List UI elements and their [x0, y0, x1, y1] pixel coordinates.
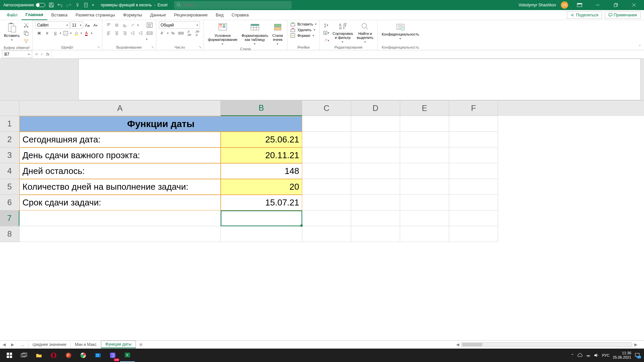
tray-network-icon[interactable] — [586, 353, 591, 357]
cell-a6[interactable]: Срок сдачи задачи: — [19, 195, 221, 210]
clipboard-launcher-icon[interactable]: ⤡ — [28, 45, 32, 49]
opera-icon[interactable] — [46, 349, 61, 362]
cell-e3[interactable] — [400, 147, 449, 163]
cell-c7[interactable] — [302, 210, 351, 226]
chrome-icon[interactable] — [76, 349, 91, 362]
cell-c2[interactable] — [302, 132, 351, 147]
tab-home[interactable]: Главная — [21, 10, 47, 20]
increase-font-icon[interactable]: A▴ — [84, 21, 91, 29]
cell-a7[interactable] — [19, 210, 221, 226]
cell-f1[interactable] — [449, 116, 498, 132]
minimize-button[interactable] — [591, 0, 604, 10]
cell-b8[interactable] — [221, 226, 302, 242]
font-color-icon[interactable]: А — [83, 29, 90, 37]
cell-b2[interactable]: 25.06.21 — [221, 132, 302, 147]
confidentiality-button[interactable]: Конфиденциальность▾ — [380, 21, 421, 41]
search-box[interactable] — [174, 1, 291, 9]
clear-icon[interactable]: ▾ — [322, 37, 330, 44]
col-header-d[interactable]: D — [351, 101, 400, 116]
cell-c8[interactable] — [302, 226, 351, 242]
tab-insert[interactable]: Вставка — [47, 10, 71, 20]
tab-help[interactable]: Справка — [228, 10, 253, 20]
italic-icon[interactable]: К — [44, 29, 51, 37]
font-name-select[interactable]: Calibri▾ — [36, 21, 70, 29]
tab-file[interactable]: Файл — [3, 10, 21, 20]
align-right-icon[interactable] — [121, 29, 128, 37]
powerpoint-icon[interactable]: P — [61, 349, 76, 362]
ribbon-display-icon[interactable] — [573, 0, 586, 10]
cell-c5[interactable] — [302, 179, 351, 195]
cell-a4[interactable]: Дней осталось: — [19, 163, 221, 179]
row-header-6[interactable]: 6 — [0, 195, 19, 210]
hscroll-right-icon[interactable]: ▶ — [634, 342, 637, 347]
horizontal-scrollbar[interactable] — [461, 342, 632, 347]
cell-f2[interactable] — [449, 132, 498, 147]
share-button[interactable]: Поделиться — [567, 11, 602, 19]
increase-decimal-icon[interactable]: ,0,00 — [185, 29, 193, 37]
align-launcher-icon[interactable]: ⤡ — [151, 45, 155, 49]
merge-icon[interactable] — [146, 29, 153, 37]
autosave-toggle[interactable]: Автосохранение — [3, 3, 45, 7]
undo-icon[interactable] — [57, 2, 63, 8]
cell-e2[interactable] — [400, 132, 449, 147]
cell-a5[interactable]: Количество дней на выполнение задачи: — [19, 179, 221, 195]
worksheet-grid[interactable]: A B C D E F 1 Функции даты 2 Сегодняшняя… — [0, 101, 644, 242]
name-box[interactable]: B7▾ — [2, 51, 32, 58]
bold-icon[interactable]: Ж — [36, 29, 43, 37]
redo-icon[interactable] — [66, 2, 71, 8]
qat-more-icon[interactable]: ▾ — [92, 3, 94, 7]
cell-d8[interactable] — [351, 226, 400, 242]
user-name[interactable]: Volodymyr Shashkov — [519, 3, 556, 7]
fill-color-icon[interactable] — [72, 29, 80, 37]
cancel-formula-icon[interactable]: ✕ — [35, 52, 38, 57]
align-bottom-icon[interactable] — [121, 21, 128, 29]
row-header-3[interactable]: 3 — [0, 147, 19, 163]
close-button[interactable] — [627, 0, 641, 10]
col-header-b[interactable]: B — [221, 101, 302, 116]
cell-f8[interactable] — [449, 226, 498, 242]
cell-e6[interactable] — [400, 195, 449, 210]
row-header-1[interactable]: 1 — [0, 116, 19, 132]
tray-onedrive-icon[interactable] — [577, 353, 583, 357]
row-header-4[interactable]: 4 — [0, 163, 19, 179]
cell-a3[interactable]: День сдачи важного проэкта: — [19, 147, 221, 163]
cell-f5[interactable] — [449, 179, 498, 195]
tab-formulas[interactable]: Формулы — [119, 10, 146, 20]
add-sheet-icon[interactable]: ⊕ — [136, 342, 146, 347]
col-header-a[interactable]: A — [19, 101, 221, 116]
cell-e5[interactable] — [400, 179, 449, 195]
tab-data[interactable]: Данные — [146, 10, 170, 20]
cell-c6[interactable] — [302, 195, 351, 210]
collapse-ribbon-icon[interactable]: ⌃ — [638, 44, 641, 49]
tray-clock[interactable]: 11:36 25.06.2021 — [613, 351, 631, 360]
font-launcher-icon[interactable]: ⤡ — [97, 45, 101, 49]
cell-b5[interactable]: 20 — [221, 179, 302, 195]
sheet-tab-2[interactable]: Мин и Макс — [71, 341, 101, 348]
autosum-icon[interactable]: ∑ ▾ — [322, 21, 330, 29]
align-middle-icon[interactable] — [113, 21, 120, 29]
cell-f3[interactable] — [449, 147, 498, 163]
col-header-c[interactable]: C — [302, 101, 351, 116]
save-icon[interactable] — [49, 2, 54, 8]
row-header-5[interactable]: 5 — [0, 179, 19, 195]
cell-a2[interactable]: Сегодняшняя дата: — [19, 132, 221, 147]
file-explorer-icon[interactable] — [32, 349, 46, 362]
tray-expand-icon[interactable]: ⌃ — [571, 353, 574, 358]
number-launcher-icon[interactable]: ⤡ — [199, 45, 203, 49]
font-size-select[interactable]: 11▾ — [70, 21, 83, 29]
sheet-nav-prev-icon[interactable]: ◀ — [0, 342, 8, 347]
task-view-icon[interactable] — [17, 349, 32, 362]
paste-button[interactable]: Вставить ▾ — [3, 21, 21, 42]
cell-b6[interactable]: 15.07.21 — [221, 195, 302, 210]
cell-b4[interactable]: 148 — [221, 163, 302, 179]
row-header-8[interactable]: 8 — [0, 226, 19, 242]
viber-icon[interactable]: 248 — [105, 349, 120, 362]
cell-a1-merged[interactable]: Функции даты — [19, 116, 302, 132]
delete-cells-button[interactable]: Удалить▾ — [290, 27, 317, 33]
cell-e8[interactable] — [400, 226, 449, 242]
row-header-7[interactable]: 7 — [0, 210, 19, 226]
decrease-font-icon[interactable]: A▾ — [92, 21, 99, 29]
cell-d3[interactable] — [351, 147, 400, 163]
fx-icon[interactable]: fx — [46, 52, 49, 57]
user-avatar[interactable]: VS — [561, 1, 568, 9]
